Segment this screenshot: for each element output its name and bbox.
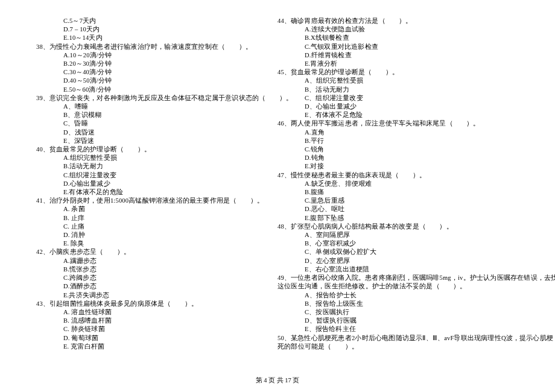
option: B、报告给上级医生 [305, 300, 507, 308]
left-column: C.5～7天内D.7 – 10天内E.10～14天内38、为慢性心力衰竭患者进行… [36, 17, 278, 351]
option: B. 止痒 [63, 214, 265, 223]
option: D.7 – 10天内 [63, 25, 265, 34]
option: D、浅昏迷 [63, 128, 265, 137]
option: C. 止痛 [63, 223, 265, 231]
question-stem: 38、为慢性心力衰竭患者进行输液治疗时，输液速度宜控制在（ ）。 [36, 43, 265, 51]
option: E.10～14天内 [63, 34, 265, 42]
question-stem: 42、小脑疾患步态呈（ ）。 [36, 248, 265, 256]
question-stem: 46、两人使用平车搬运患者，应注意使平车头端和床尾呈（ ）。 [278, 119, 507, 128]
option: B.平行 [305, 137, 507, 145]
option: A、室间隔肥厚 [305, 231, 507, 239]
option: E、有体液不足危险 [305, 111, 507, 119]
option: E、深昏迷 [63, 137, 265, 145]
option: A. 溶血性链球菌 [63, 308, 265, 317]
option: C.里急后重感 [305, 197, 507, 205]
option: A.缺乏便意、排便艰难 [305, 180, 507, 188]
option: B.慌张步态 [63, 265, 265, 274]
question-stem: 49、一位患者因心绞痛入院。患者疼痛剧烈，医嘱吗啡5mg，iv。护士认为医嘱存在… [278, 274, 507, 282]
right-column: 44、确诊胃癌最有效的检查方法是（ ）。A.连续大便隐血试验B.X线钡餐检查C.… [278, 17, 519, 351]
option: D. 消肿 [63, 231, 265, 239]
option: B.活动无耐力 [63, 162, 265, 171]
option: E、报告给科主任 [305, 325, 507, 334]
option: D、暂缓执行医嘱 [305, 317, 507, 325]
option: C.5～7天内 [63, 17, 265, 25]
option: C.锐角 [305, 145, 507, 154]
option: D、心输出量减少 [305, 103, 507, 111]
question-stem: 50、某急性心肌梗死患者2小时后心电图随访显示Ⅱ、Ⅲ、avF导联出现病理性Q波，… [278, 334, 507, 343]
option: E.胃液分析 [305, 60, 507, 68]
option: C.30～40滴/分钟 [63, 68, 265, 77]
option: C.组织灌注量改变 [63, 171, 265, 180]
question-stem: 44、确诊胃癌最有效的检查方法是（ ）。 [278, 17, 507, 25]
option: D.钝角 [305, 154, 507, 162]
option: E、右心室流出道梗阻 [305, 265, 507, 274]
option: A.蹒跚步态 [63, 257, 265, 265]
option: E. 除臭 [63, 239, 265, 248]
question-stem-cont: 死的部位可能是（ ）。 [278, 343, 507, 351]
option: D. 葡萄球菌 [63, 334, 265, 343]
option: C.跨阈步态 [63, 274, 265, 282]
option: A、报告给护士长 [305, 291, 507, 300]
option: B.20～30滴/分钟 [63, 60, 265, 68]
option: E. 克雷白杆菌 [63, 343, 265, 351]
exam-page: C.5～7天内D.7 – 10天内E.10～14天内38、为慢性心力衰竭患者进行… [0, 0, 555, 351]
option: E.腹部下坠感 [305, 214, 507, 223]
option: B、心室容积减少 [305, 239, 507, 248]
option: D.纤维胃镜检查 [305, 51, 507, 60]
question-stem: 39、意识完全丧失，对各种刺激均无反应及生命体征不稳定属于意识状态的（ ）。 [36, 94, 265, 103]
option: D.40～50滴/分钟 [63, 77, 265, 85]
question-stem: 48、扩张型心肌病病人心脏结构最基本的改变是（ ）。 [278, 223, 507, 231]
option: C、按医嘱执行 [305, 308, 507, 317]
option: A.直角 [305, 128, 507, 137]
option: B. 流感嗜血杆菌 [63, 317, 265, 325]
option: A、组织完整性受损 [305, 77, 507, 85]
option: C. 肺炎链球菌 [63, 325, 265, 334]
option: E.共济失调步态 [63, 291, 265, 300]
option: B.X线钡餐检查 [305, 34, 507, 42]
option: B、意识模糊 [63, 111, 265, 119]
option: D.恶心、呕吐 [305, 205, 507, 213]
question-stem: 45、贫血最常见的护理诊断是（ ）。 [278, 68, 507, 77]
option: B.腹痛 [305, 188, 507, 197]
question-stem-cont: 这位医生沟通，医生拒绝修改。护士的做法不妥的是（ ）。 [278, 282, 507, 291]
option: C、组织灌注量改变 [305, 94, 507, 103]
option: D、左心室肥厚 [305, 257, 507, 265]
option: B、活动无耐力 [305, 86, 507, 94]
question-stem: 47、慢性便秘患者最主要的临床表现是（ ）。 [278, 171, 507, 180]
option: E.50～60滴/分钟 [63, 86, 265, 94]
option: D.酒醉步态 [63, 282, 265, 291]
option: C、单侧或双侧心腔扩大 [305, 248, 507, 256]
option: C、昏睡 [63, 119, 265, 128]
option: A.组织完整性受损 [63, 154, 265, 162]
option: A. 杀菌 [63, 205, 265, 213]
question-stem: 41、治疗外阴炎时，使用1:5000高锰酸钾溶液坐浴的最主要作用是（ ）。 [36, 197, 265, 205]
option: E.有体液不足的危险 [63, 188, 265, 197]
option: A.10～20滴/分钟 [63, 51, 265, 60]
option: A.连续大便隐血试验 [305, 25, 507, 34]
question-stem: 40、贫血最常见的护理诊断（ ）。 [36, 145, 265, 154]
option: A、嗜睡 [63, 103, 265, 111]
page-footer: 第 4 页 共 17 页 [0, 376, 555, 385]
option: D.心输出量减少 [63, 180, 265, 188]
option: E.对接 [305, 162, 507, 171]
question-stem: 43、引起细菌性扁桃体炎最多见的病原体是（ ）。 [36, 300, 265, 308]
option: C.气钡双重对比造影检查 [305, 43, 507, 51]
